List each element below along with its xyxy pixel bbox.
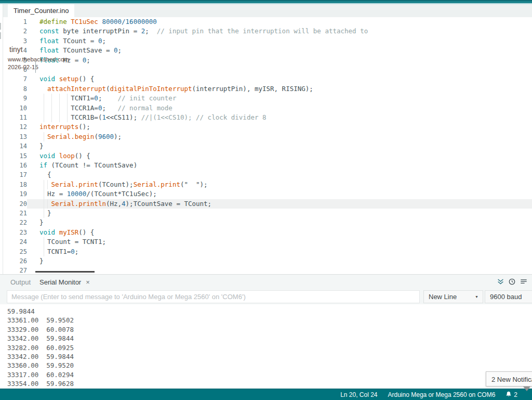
code-text: TCNT1=0; // init counter bbox=[39, 94, 176, 103]
notification-toast-arrow bbox=[523, 386, 530, 395]
board-port-indicator[interactable]: Arduino Mega or Mega 2560 on COM6 bbox=[388, 391, 496, 398]
line-number: 25 bbox=[3, 247, 27, 256]
line-number: 11 bbox=[3, 113, 27, 122]
code-line[interactable]: 26} bbox=[3, 256, 532, 266]
code-line[interactable]: 16if (TCount != TCountSave) bbox=[3, 161, 532, 170]
chevron-down-icon: ▼ bbox=[475, 291, 478, 303]
watermark-line3: 2026-02-15 bbox=[8, 64, 38, 70]
line-number: 10 bbox=[3, 104, 27, 113]
watermark-caret bbox=[35, 61, 36, 73]
code-line[interactable]: 3float TCount = 0; bbox=[3, 36, 532, 46]
code-editor[interactable]: 1#define TC1uSec 80000/160000002const by… bbox=[3, 17, 532, 274]
code-line[interactable]: 21 } bbox=[3, 209, 532, 218]
line-number: 27 bbox=[3, 266, 27, 274]
code-line[interactable]: 27 bbox=[3, 266, 532, 274]
notification-count: 2 bbox=[514, 391, 517, 398]
serial-message-input[interactable] bbox=[7, 290, 420, 303]
code-line[interactable]: 12interrupts(); bbox=[3, 122, 532, 132]
cursor-position-indicator[interactable]: Ln 20, Col 24 bbox=[340, 391, 377, 398]
close-icon[interactable]: × bbox=[86, 278, 90, 286]
line-number: 26 bbox=[3, 256, 27, 266]
code-text: interrupts(); bbox=[39, 122, 90, 132]
top-accent-bar bbox=[0, 0, 532, 4]
code-text: float TCount = 0; bbox=[39, 36, 106, 46]
serial-output-line: 33329.00 60.0078 bbox=[7, 325, 532, 334]
code-line[interactable]: 17 { bbox=[3, 170, 532, 179]
line-ending-value: New Line bbox=[429, 293, 457, 301]
line-number: 19 bbox=[3, 189, 27, 199]
code-line[interactable]: 11 TCCR1B=(1<<CS11); //|(1<<CS10); // cl… bbox=[3, 113, 532, 122]
code-line[interactable]: 25 TCNT1=0; bbox=[3, 247, 532, 256]
code-text: Serial.print(TCount);Serial.print(" "); bbox=[39, 180, 208, 189]
tab-serial-monitor[interactable]: Serial Monitor × bbox=[39, 278, 90, 286]
tab-output[interactable]: Output bbox=[10, 278, 31, 286]
code-line[interactable]: 1#define TC1uSec 80000/16000000 bbox=[3, 17, 532, 27]
line-number: 15 bbox=[3, 151, 27, 161]
serial-output[interactable]: 59.984433361.00 59.950233329.00 60.00783… bbox=[0, 304, 532, 389]
line-number: 7 bbox=[3, 74, 27, 84]
activity-strip-mark bbox=[0, 32, 1, 39]
tab-timer-counter-ino[interactable]: Timer_Counter.ino bbox=[8, 4, 74, 17]
code-text: } bbox=[39, 256, 44, 266]
code-line[interactable]: 24 TCount = TCNT1; bbox=[3, 237, 532, 247]
line-number: 13 bbox=[3, 132, 27, 141]
code-line[interactable]: 18 Serial.print(TCount);Serial.print(" "… bbox=[3, 180, 532, 189]
code-line[interactable]: 19 Hz = 10000/(TCount*TC1uSec); bbox=[3, 189, 532, 199]
code-line[interactable]: 4float TCountSave = 0; bbox=[3, 46, 532, 55]
line-number: 17 bbox=[3, 170, 27, 179]
code-text: TCCR1A=0; // normal mode bbox=[39, 104, 172, 113]
code-text: if (TCount != TCountSave) bbox=[39, 161, 137, 170]
editor-hscrollbar-thumb[interactable] bbox=[35, 271, 95, 273]
line-number: 21 bbox=[3, 209, 27, 218]
code-text: #define TC1uSec 80000/16000000 bbox=[39, 17, 157, 27]
serial-output-line: 33354.00 59.9628 bbox=[7, 379, 532, 388]
code-line[interactable]: 23void myISR() { bbox=[3, 228, 532, 237]
activity-strip-mark bbox=[0, 23, 1, 30]
notification-toast[interactable]: 2 New Notifications bbox=[486, 371, 532, 386]
line-number: 24 bbox=[3, 237, 27, 247]
code-text: } bbox=[39, 209, 51, 218]
menu-lines-icon[interactable] bbox=[520, 278, 527, 287]
status-bar: Ln 20, Col 24 Arduino Mega or Mega 2560 … bbox=[0, 389, 532, 400]
code-text: TCNT1=0; bbox=[39, 247, 78, 256]
chevron-double-down-icon[interactable] bbox=[497, 278, 504, 287]
code-line[interactable]: 10 TCCR1A=0; // normal mode bbox=[3, 104, 532, 113]
line-ending-dropdown[interactable]: New Line ▼ bbox=[423, 290, 483, 303]
code-line[interactable]: 7void setup() { bbox=[3, 74, 532, 84]
code-text: TCount = TCNT1; bbox=[39, 237, 106, 247]
serial-output-line: 33360.00 59.9520 bbox=[7, 361, 532, 370]
code-text: { bbox=[39, 170, 51, 179]
code-text: void myISR() { bbox=[39, 228, 94, 237]
timestamp-clock-icon[interactable] bbox=[509, 278, 515, 287]
serial-output-line: 33342.00 59.9844 bbox=[7, 334, 532, 343]
bell-icon bbox=[506, 391, 512, 399]
code-line[interactable]: 2const byte interruptPin = 2; // input p… bbox=[3, 27, 532, 36]
line-number: 22 bbox=[3, 218, 27, 227]
code-text: } bbox=[39, 141, 44, 151]
code-text: float TCountSave = 0; bbox=[39, 46, 122, 55]
code-text: Hz = 10000/(TCount*TC1uSec); bbox=[39, 189, 157, 199]
code-line[interactable]: 13 Serial.begin(9600); bbox=[3, 132, 532, 141]
line-number: 1 bbox=[3, 17, 27, 27]
watermark-line1: tinyt bbox=[9, 45, 23, 54]
code-text: TCCR1B=(1<<CS11); //|(1<<CS10); // clock… bbox=[39, 113, 267, 122]
code-line[interactable]: 8 attachInterrupt(digitalPinToInterrupt(… bbox=[3, 84, 532, 94]
bottom-panel: Output Serial Monitor × New Line ▼ 9600 … bbox=[0, 274, 532, 389]
code-line[interactable]: 6 bbox=[3, 65, 532, 74]
code-line[interactable]: 14} bbox=[3, 141, 532, 151]
line-number: 9 bbox=[3, 94, 27, 103]
serial-monitor-label: Serial Monitor bbox=[39, 278, 81, 286]
code-line[interactable]: 20 Serial.println(Hz,4);TCountSave = TCo… bbox=[3, 199, 532, 209]
notifications-indicator[interactable]: 2 bbox=[506, 391, 517, 399]
baud-rate-dropdown[interactable]: 9600 baud bbox=[485, 290, 532, 303]
code-line[interactable]: 15void loop() { bbox=[3, 151, 532, 161]
code-line[interactable]: 22} bbox=[3, 218, 532, 227]
code-text: void setup() { bbox=[39, 74, 94, 84]
line-number: 3 bbox=[3, 36, 27, 46]
code-text: void loop() { bbox=[39, 151, 90, 161]
left-activity-strip[interactable] bbox=[0, 4, 3, 274]
code-line[interactable]: 5float Hz = 0; bbox=[3, 56, 532, 65]
line-number: 14 bbox=[3, 141, 27, 151]
line-number: 20 bbox=[3, 199, 27, 209]
code-line[interactable]: 9 TCNT1=0; // init counter bbox=[3, 94, 532, 103]
